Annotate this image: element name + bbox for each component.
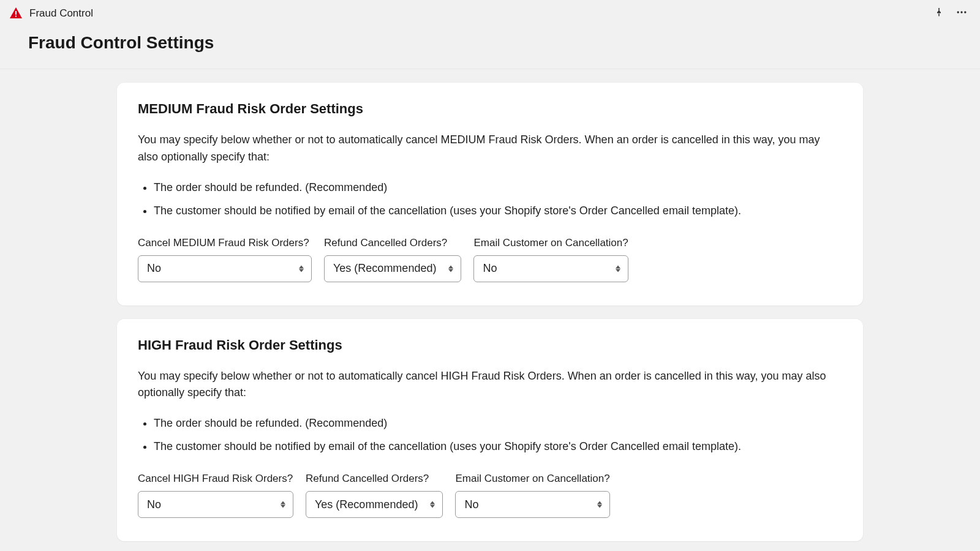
- refund-high-value: Yes (Recommended): [306, 498, 442, 511]
- refund-medium-label: Refund Cancelled Orders?: [324, 237, 461, 249]
- cancel-high-select[interactable]: No: [138, 491, 293, 518]
- high-risk-heading: HIGH Fraud Risk Order Settings: [138, 337, 842, 353]
- high-risk-bullet-list: The order should be refunded. (Recommend…: [138, 415, 842, 455]
- cancel-medium-label: Cancel MEDIUM Fraud Risk Orders?: [138, 237, 312, 249]
- top-bar-right: [933, 6, 968, 21]
- chevron-sort-icon: [430, 501, 435, 508]
- medium-risk-description: You may specify below whether or not to …: [138, 132, 842, 166]
- app-title: Fraud Control: [29, 7, 93, 20]
- high-risk-controls: Cancel HIGH Fraud Risk Orders? No Refund…: [138, 473, 842, 518]
- alert-triangle-icon: [9, 6, 23, 21]
- chevron-sort-icon: [299, 265, 304, 272]
- list-item: The customer should be notified by email…: [154, 203, 842, 220]
- medium-risk-controls: Cancel MEDIUM Fraud Risk Orders? No Refu…: [138, 237, 842, 282]
- page-header: Fraud Control Settings: [0, 27, 980, 69]
- pin-icon[interactable]: [933, 7, 944, 20]
- content-area: MEDIUM Fraud Risk Order Settings You may…: [0, 69, 980, 551]
- svg-rect-1: [15, 16, 17, 17]
- refund-medium-select[interactable]: Yes (Recommended): [324, 255, 461, 282]
- email-medium-control: Email Customer on Cancellation? No: [473, 237, 628, 282]
- cancel-high-control: Cancel HIGH Fraud Risk Orders? No: [138, 473, 293, 518]
- refund-high-label: Refund Cancelled Orders?: [306, 473, 443, 485]
- email-medium-select[interactable]: No: [473, 255, 628, 282]
- medium-risk-heading: MEDIUM Fraud Risk Order Settings: [138, 101, 842, 117]
- medium-risk-bullet-list: The order should be refunded. (Recommend…: [138, 179, 842, 220]
- email-medium-label: Email Customer on Cancellation?: [473, 237, 628, 249]
- more-horizontal-icon[interactable]: [956, 6, 968, 21]
- high-risk-description: You may specify below whether or not to …: [138, 368, 842, 402]
- refund-medium-value: Yes (Recommended): [325, 262, 461, 275]
- email-high-value: No: [456, 498, 503, 511]
- chevron-sort-icon: [281, 501, 285, 508]
- chevron-sort-icon: [448, 265, 453, 272]
- refund-high-select[interactable]: Yes (Recommended): [306, 491, 443, 518]
- refund-medium-control: Refund Cancelled Orders? Yes (Recommende…: [324, 237, 461, 282]
- cancel-medium-select[interactable]: No: [138, 255, 312, 282]
- top-bar: Fraud Control: [0, 0, 980, 27]
- email-high-control: Email Customer on Cancellation? No: [455, 473, 609, 518]
- email-medium-value: No: [474, 262, 521, 275]
- top-bar-left: Fraud Control: [9, 6, 93, 21]
- refund-high-control: Refund Cancelled Orders? Yes (Recommende…: [306, 473, 443, 518]
- cancel-high-label: Cancel HIGH Fraud Risk Orders?: [138, 473, 293, 485]
- chevron-sort-icon: [616, 265, 620, 272]
- medium-risk-card: MEDIUM Fraud Risk Order Settings You may…: [117, 83, 863, 305]
- svg-point-3: [960, 11, 962, 13]
- email-high-label: Email Customer on Cancellation?: [455, 473, 609, 485]
- svg-rect-0: [15, 11, 17, 15]
- cancel-medium-value: No: [138, 262, 186, 275]
- high-risk-card: HIGH Fraud Risk Order Settings You may s…: [117, 319, 863, 542]
- cancel-medium-control: Cancel MEDIUM Fraud Risk Orders? No: [138, 237, 312, 282]
- list-item: The order should be refunded. (Recommend…: [154, 179, 842, 197]
- list-item: The customer should be notified by email…: [154, 438, 842, 455]
- list-item: The order should be refunded. (Recommend…: [154, 415, 842, 432]
- chevron-sort-icon: [597, 501, 602, 508]
- email-high-select[interactable]: No: [455, 491, 609, 518]
- page-title: Fraud Control Settings: [28, 33, 952, 53]
- svg-point-2: [957, 11, 959, 13]
- svg-point-4: [964, 11, 966, 13]
- cancel-high-value: No: [138, 498, 186, 511]
